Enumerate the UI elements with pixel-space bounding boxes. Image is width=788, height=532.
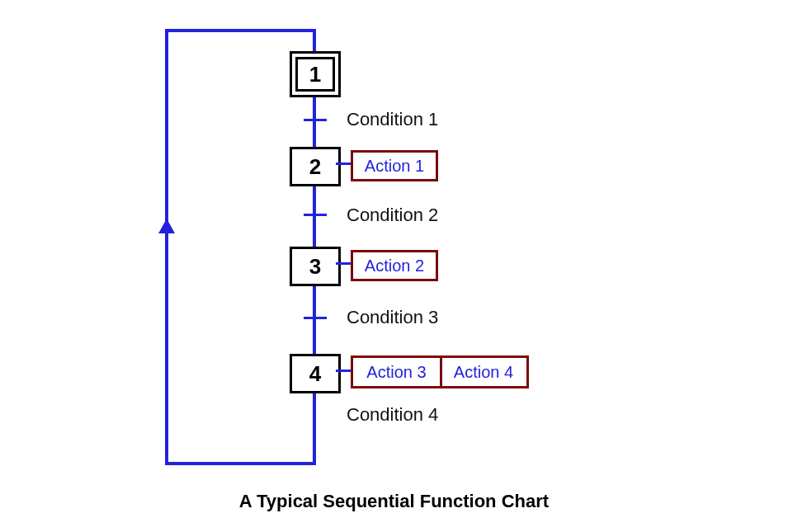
step-1-label: 1 bbox=[309, 62, 321, 87]
action-2-label: Action 2 bbox=[365, 257, 424, 275]
feedback-reentry bbox=[313, 29, 316, 54]
action-2-box: Action 2 bbox=[351, 250, 438, 281]
step-3-label: 3 bbox=[309, 254, 321, 280]
step-4: 4 bbox=[290, 354, 341, 393]
step-1-initial: 1 bbox=[290, 51, 341, 97]
step-3: 3 bbox=[290, 247, 341, 286]
action-34-box: Action 3 Action 4 bbox=[351, 355, 529, 388]
action-1-connector bbox=[336, 162, 351, 165]
condition-4: Condition 4 bbox=[347, 404, 438, 426]
transition-3-bar bbox=[304, 317, 327, 319]
step-2-label: 2 bbox=[309, 154, 321, 180]
step-2: 2 bbox=[290, 147, 341, 186]
feedback-vertical bbox=[165, 29, 168, 465]
feedback-arrow-icon bbox=[158, 219, 175, 233]
action-34-connector bbox=[336, 370, 351, 372]
action-3-label: Action 3 bbox=[353, 363, 440, 382]
condition-1: Condition 1 bbox=[347, 109, 438, 130]
condition-3: Condition 3 bbox=[347, 307, 438, 328]
action-4-label: Action 4 bbox=[442, 363, 525, 382]
feedback-top bbox=[165, 29, 316, 32]
transition-1-bar bbox=[304, 119, 327, 121]
action-2-connector bbox=[336, 262, 351, 265]
caption: A Typical Sequential Function Chart bbox=[0, 491, 788, 512]
action-1-label: Action 1 bbox=[365, 157, 424, 176]
transition-2-bar bbox=[304, 214, 327, 216]
feedback-bottom bbox=[165, 462, 316, 465]
condition-2: Condition 2 bbox=[347, 205, 438, 226]
step-4-label: 4 bbox=[309, 361, 321, 387]
action-1-box: Action 1 bbox=[351, 150, 438, 181]
sfc-diagram: 1 Condition 1 2 Action 1 Condition 2 3 A… bbox=[0, 0, 788, 532]
